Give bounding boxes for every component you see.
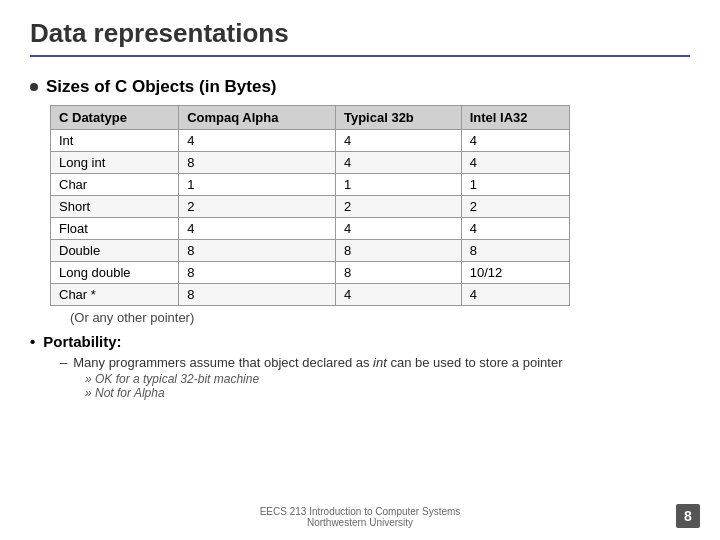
sub-item-1: » OK for a typical 32-bit machine xyxy=(85,372,690,386)
table-cell-5-0: Double xyxy=(51,240,179,262)
table-row: Float444 xyxy=(51,218,570,240)
dash-italic-word: int xyxy=(373,355,387,370)
table-row: Long int844 xyxy=(51,152,570,174)
table-cell-0-1: 4 xyxy=(179,130,336,152)
table-row: Short222 xyxy=(51,196,570,218)
table-cell-5-3: 8 xyxy=(461,240,569,262)
table-row: Double888 xyxy=(51,240,570,262)
dash-text-after: can be used to store a pointer xyxy=(390,355,562,370)
bullet-dot-2: • xyxy=(30,333,35,351)
table-cell-4-2: 4 xyxy=(335,218,461,240)
table-cell-3-1: 2 xyxy=(179,196,336,218)
bullet-header-2: • Portability: xyxy=(30,333,690,351)
table-cell-2-2: 1 xyxy=(335,174,461,196)
col-header-compaq: Compaq Alpha xyxy=(179,106,336,130)
table-cell-4-3: 4 xyxy=(461,218,569,240)
table-cell-3-3: 2 xyxy=(461,196,569,218)
dash-text: Many programmers assume that object decl… xyxy=(73,355,562,370)
table-cell-1-3: 4 xyxy=(461,152,569,174)
sub-item-2: » Not for Alpha xyxy=(85,386,690,400)
table-row: Long double8810/12 xyxy=(51,262,570,284)
bullet-1-label: Sizes of C Objects (in Bytes) xyxy=(46,77,277,97)
table-cell-6-2: 8 xyxy=(335,262,461,284)
table-cell-3-0: Short xyxy=(51,196,179,218)
page-number: 8 xyxy=(676,504,700,528)
col-header-datatype: C Datatype xyxy=(51,106,179,130)
table-row: Int444 xyxy=(51,130,570,152)
page-title: Data representations xyxy=(30,18,690,57)
table-cell-7-2: 4 xyxy=(335,284,461,306)
footer-line1: EECS 213 Introduction to Computer System… xyxy=(0,506,720,517)
table-cell-6-1: 8 xyxy=(179,262,336,284)
col-header-intel: Intel IA32 xyxy=(461,106,569,130)
table-row: Char *844 xyxy=(51,284,570,306)
dash-item: – Many programmers assume that object de… xyxy=(60,355,690,370)
table-cell-2-3: 1 xyxy=(461,174,569,196)
table-cell-5-2: 8 xyxy=(335,240,461,262)
dash-text-before: Many programmers assume that object decl… xyxy=(73,355,373,370)
table-cell-0-0: Int xyxy=(51,130,179,152)
table-cell-7-1: 8 xyxy=(179,284,336,306)
table-cell-7-3: 4 xyxy=(461,284,569,306)
table-cell-0-2: 4 xyxy=(335,130,461,152)
table-cell-6-3: 10/12 xyxy=(461,262,569,284)
table-header-row: C Datatype Compaq Alpha Typical 32b Inte… xyxy=(51,106,570,130)
table-cell-1-1: 8 xyxy=(179,152,336,174)
table-cell-0-3: 4 xyxy=(461,130,569,152)
footer-line2: Northwestern University xyxy=(0,517,720,528)
table-cell-6-0: Long double xyxy=(51,262,179,284)
col-header-typical: Typical 32b xyxy=(335,106,461,130)
table-cell-5-1: 8 xyxy=(179,240,336,262)
page: Data representations Sizes of C Objects … xyxy=(0,0,720,540)
table-row: Char111 xyxy=(51,174,570,196)
table-cell-4-1: 4 xyxy=(179,218,336,240)
bullet-2-label: Portability: xyxy=(43,333,121,350)
bullet-section-1: Sizes of C Objects (in Bytes) C Datatype… xyxy=(30,77,690,331)
table-cell-2-1: 1 xyxy=(179,174,336,196)
table-cell-4-0: Float xyxy=(51,218,179,240)
bullet-dot-1 xyxy=(30,83,38,91)
table-cell-2-0: Char xyxy=(51,174,179,196)
table-cell-1-2: 4 xyxy=(335,152,461,174)
pointer-note: (Or any other pointer) xyxy=(70,310,690,325)
bullet-header-1: Sizes of C Objects (in Bytes) xyxy=(30,77,690,97)
footer: EECS 213 Introduction to Computer System… xyxy=(0,506,720,528)
table-cell-7-0: Char * xyxy=(51,284,179,306)
table-cell-1-0: Long int xyxy=(51,152,179,174)
data-table: C Datatype Compaq Alpha Typical 32b Inte… xyxy=(50,105,570,306)
bullet-section-2: • Portability: – Many programmers assume… xyxy=(30,333,690,400)
dash-prefix: – xyxy=(60,355,67,370)
table-cell-3-2: 2 xyxy=(335,196,461,218)
